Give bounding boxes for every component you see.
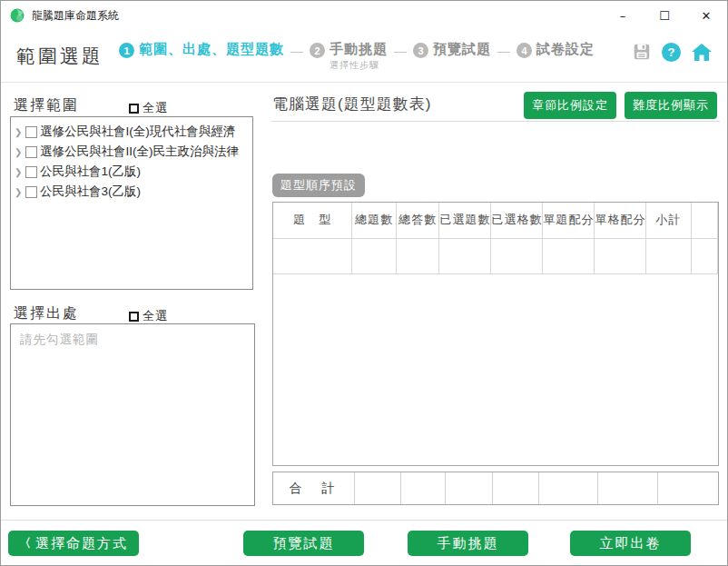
step-4-circle: 4 [516, 43, 532, 58]
window-controls: – ☐ ✕ [602, 1, 727, 30]
cell [595, 238, 646, 273]
save-icon[interactable] [632, 42, 652, 62]
col-points-per-blank: 單格配分 [595, 203, 646, 238]
step-4-paper-settings[interactable]: 4 試卷設定 [516, 41, 595, 58]
col-question-type: 題 型 [273, 203, 352, 238]
step-2-manual-pick[interactable]: 2 手動挑題 選擇性步驟 [310, 41, 388, 72]
tree-item-label: 選修公民與社會I(全)現代社會與經濟 [40, 124, 235, 140]
app-title: 龍騰題庫命題系統 [32, 8, 119, 24]
total-label: 合 計 [273, 472, 355, 504]
home-icon[interactable] [691, 42, 713, 62]
question-type-table-container: 題 型 總題數 總答數 已選題數 已選格數 單題配分 單格配分 小計 [272, 202, 719, 466]
question-type-order-preset-button[interactable]: 題型順序預設 [272, 174, 365, 197]
tree-item-checkbox[interactable] [25, 126, 37, 138]
ratio-buttons: 章節比例設定 難度比例顯示 [524, 92, 717, 119]
tree-item-civics-elective-1[interactable]: ❯ 選修公民與社會I(全)現代社會與經濟 [11, 122, 252, 142]
step-2-label: 手動挑題 [330, 41, 388, 58]
col-selected-blanks: 已選格數 [491, 203, 543, 238]
expand-chevron-icon[interactable]: ❯ [15, 147, 25, 157]
total-cell [598, 472, 658, 504]
back-to-method-button[interactable]: 〈 選擇命題方式 [8, 531, 139, 556]
minimize-button[interactable]: – [602, 1, 644, 30]
tree-item-civics-3[interactable]: ❯ 公民與社會3(乙版) [11, 182, 252, 202]
generate-paper-button[interactable]: 立即出卷 [570, 531, 691, 556]
col-subtotal: 小計 [646, 203, 691, 238]
source-placeholder: 請先勾選範圍 [20, 332, 245, 348]
tree-item-civics-1[interactable]: ❯ 公民與社會1(乙版) [11, 162, 252, 182]
cell [691, 238, 717, 273]
app-window: 龍騰題庫命題系統 – ☐ ✕ 範圍選題 1 範圍、出處、題型題數 — 2 手動挑… [0, 0, 728, 566]
tree-item-checkbox[interactable] [25, 146, 37, 158]
step-4-label: 試卷設定 [536, 41, 595, 58]
col-extra [691, 203, 717, 238]
cell [543, 238, 595, 273]
total-cell [446, 472, 493, 504]
range-tree: ❯ 選修公民與社會I(全)現代社會與經濟 ❯ 選修公民與社會II(全)民主政治與… [10, 116, 253, 290]
step-1-circle: 1 [119, 43, 134, 58]
maximize-button[interactable]: ☐ [644, 1, 685, 30]
total-cell [401, 472, 446, 504]
source-select-all-checkbox[interactable] [129, 312, 139, 322]
col-total-answers: 總答數 [396, 203, 439, 238]
wizard-steps: 1 範圍、出處、題型題數 — 2 手動挑題 選擇性步驟 — 3 預覽試題 [119, 41, 595, 72]
table-row [273, 238, 718, 273]
cell [273, 238, 352, 273]
range-section-title: 選擇範圍 [14, 96, 79, 115]
total-cell [493, 472, 539, 504]
computer-selection-title: 電腦選題(題型題數表) [272, 94, 431, 114]
cell [396, 238, 439, 273]
step-3-preview[interactable]: 3 預覽試題 [413, 41, 491, 58]
col-total-questions: 總題數 [352, 203, 396, 238]
help-icon[interactable]: ? [662, 43, 681, 62]
source-select-all-label: 全選 [143, 308, 168, 324]
source-select-all[interactable]: 全選 [129, 308, 168, 324]
range-select-all-checkbox[interactable] [129, 104, 139, 114]
tree-item-label: 公民與社會3(乙版) [40, 184, 141, 200]
question-type-table: 題 型 總題數 總答數 已選題數 已選格數 單題配分 單格配分 小計 [273, 203, 718, 274]
back-button-label: 選擇命題方式 [35, 535, 128, 552]
step-2-sublabel: 選擇性步驟 [330, 59, 388, 72]
step-1-label: 範圍、出處、題型題數 [139, 41, 284, 58]
expand-chevron-icon[interactable]: ❯ [15, 167, 25, 177]
page-title: 範圍選題 [16, 44, 103, 69]
tree-item-checkbox[interactable] [25, 166, 37, 178]
header: 範圍選題 1 範圍、出處、題型題數 — 2 手動挑題 選擇性步驟 — 3 預 [1, 30, 727, 83]
preview-questions-button[interactable]: 預覽試題 [243, 531, 364, 556]
expand-chevron-icon[interactable]: ❯ [15, 187, 25, 197]
step-2-circle: 2 [310, 43, 325, 58]
step-3-circle: 3 [413, 43, 428, 58]
step-separator: — [290, 44, 303, 58]
step-1-range[interactable]: 1 範圍、出處、題型題數 [119, 41, 284, 58]
cell [646, 238, 691, 273]
header-icons: ? [632, 42, 713, 62]
difficulty-ratio-button[interactable]: 難度比例顯示 [625, 92, 717, 119]
app-logo-icon [10, 8, 25, 23]
col-points-per-question: 單題配分 [543, 203, 595, 238]
range-select-all[interactable]: 全選 [129, 100, 168, 116]
total-row: 合 計 [272, 472, 719, 505]
manual-pick-button[interactable]: 手動挑題 [408, 531, 528, 556]
range-select-all-label: 全選 [143, 100, 168, 116]
panel-divider [271, 121, 720, 122]
step-separator: — [497, 44, 510, 58]
chapter-ratio-button[interactable]: 章節比例設定 [524, 92, 616, 119]
expand-chevron-icon[interactable]: ❯ [15, 127, 25, 137]
col-selected-questions: 已選題數 [439, 203, 491, 238]
source-list: 請先勾選範圍 [10, 323, 255, 506]
cell [439, 238, 491, 273]
source-section-title: 選擇出處 [14, 304, 79, 323]
back-chevron-icon: 〈 [19, 535, 31, 551]
close-button[interactable]: ✕ [685, 1, 727, 30]
cell [491, 238, 543, 273]
tree-item-checkbox[interactable] [25, 186, 37, 198]
cell [352, 238, 396, 273]
tree-item-label: 選修公民與社會II(全)民主政治與法律 [40, 144, 239, 160]
help-glyph: ? [662, 43, 681, 62]
tree-item-civics-elective-2[interactable]: ❯ 選修公民與社會II(全)民主政治與法律 [11, 142, 252, 162]
tree-item-label: 公民與社會1(乙版) [40, 164, 141, 180]
table-header-row: 題 型 總題數 總答數 已選題數 已選格數 單題配分 單格配分 小計 [273, 203, 718, 238]
footer-divider [1, 520, 727, 521]
total-cell [658, 472, 718, 504]
step-3-label: 預覽試題 [433, 41, 491, 58]
titlebar: 龍騰題庫命題系統 – ☐ ✕ [1, 1, 727, 30]
